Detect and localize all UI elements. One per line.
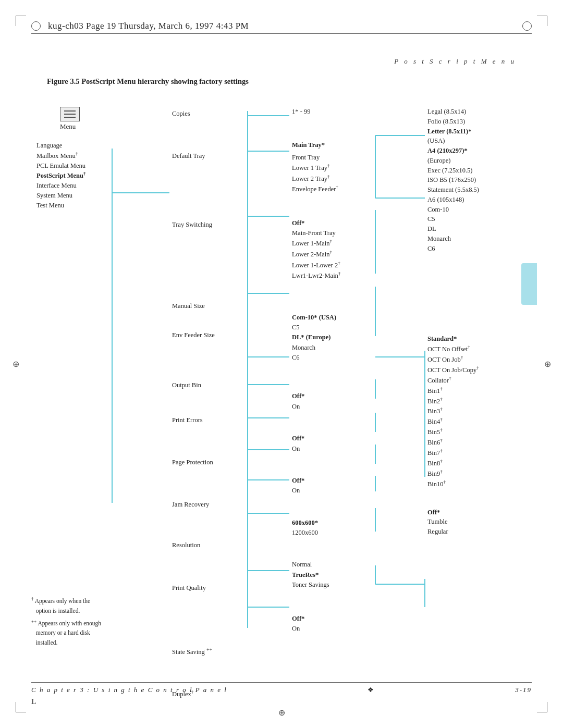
state-saving-item: State Saving ++ <box>172 644 245 659</box>
page-prot-off: Off* <box>292 434 378 443</box>
header-circle <box>31 21 41 31</box>
default-tray-lower2: Lower 2 Tray† <box>292 174 378 184</box>
dt-europe: (Europe) <box>427 156 513 166</box>
dt-a4: A4 (210x297)* <box>427 146 513 156</box>
footer-left: C h a p t e r 3 : U s i n g t h e C o n … <box>31 686 227 694</box>
res-600: 600x600* <box>292 518 378 528</box>
diagram: Menu Language Mailbox Menu† PCL Emulat M… <box>31 102 532 647</box>
pq-toner: Toner Savings <box>292 580 378 590</box>
env-monarch: Monarch <box>292 343 378 353</box>
env-feeder-size-item: Env Feeder Size <box>172 328 245 342</box>
ob-bin1: Bin1† <box>427 386 513 396</box>
sidebar-item-postscript: PostScript Menu† <box>36 170 112 181</box>
res-1200: 1200x600 <box>292 528 378 538</box>
jam-recovery-item: Jam Recovery <box>172 498 245 511</box>
page-prot-on: On <box>292 444 378 454</box>
default-tray-envelope: Envelope Feeder† <box>292 184 378 195</box>
corner-tl <box>16 16 26 26</box>
sidebar-item-language: Language <box>36 141 112 151</box>
bottom-l-mark: L <box>31 698 36 706</box>
tray-sw-lower1: Lower 1-Main† <box>292 238 378 249</box>
tray-switching-item: Tray Switching <box>172 218 245 231</box>
menu-icon <box>60 107 80 121</box>
output-bin-item: Output Bin <box>172 378 245 392</box>
env-com10: Com-10* (USA) <box>292 313 378 323</box>
env-c5: C5 <box>292 323 378 332</box>
menu-icon-line <box>64 110 76 112</box>
ob-bin10: Bin10† <box>427 479 513 489</box>
dt-usa: (USA) <box>427 136 513 146</box>
dt-c5: C5 <box>427 214 513 224</box>
cyan-accent-tab <box>521 263 537 305</box>
default-tray-item: Default Tray <box>172 149 245 163</box>
sidebar-item-pcl: PCL Emulat Menu <box>36 161 112 171</box>
ss-col4-regular: Regular <box>427 527 513 537</box>
dt-folio: Folio (8.5x13) <box>427 117 513 127</box>
print-errors-off: Off* <box>292 391 378 401</box>
tray-sw-lwr12: Lwr1-Lwr2-Main† <box>292 270 378 281</box>
ob-bin9: Bin9† <box>427 468 513 479</box>
ob-bin5: Bin5† <box>427 427 513 437</box>
ob-bin3: Bin3† <box>427 406 513 416</box>
footnotes: † Appears only when the option is instal… <box>31 595 101 647</box>
reg-mark-right: ⊕ <box>543 360 552 368</box>
sidebar-item-test: Test Menu <box>36 201 112 211</box>
ob-bin7: Bin7† <box>427 448 513 458</box>
ob-oct-no-offset: OCT No Offset† <box>427 344 513 354</box>
page-number: 3-19 <box>515 686 532 694</box>
dt-a6: A6 (105x148) <box>427 195 513 205</box>
print-errors-item: Print Errors <box>172 413 245 427</box>
ob-bin8: Bin8† <box>427 458 513 468</box>
dt-monarch: Monarch <box>427 234 513 244</box>
ss-col4-tumble: Tumble <box>427 517 513 527</box>
figure-title: Figure 3.5 PostScript Menu hierarchy sho… <box>47 77 249 86</box>
tray-sw-off: Off* <box>292 218 378 228</box>
corner-br <box>537 702 547 712</box>
dt-dl: DL <box>427 224 513 234</box>
col3-values: 1* - 99 Main Tray* Front Tray Lower 1 Tr… <box>292 107 378 655</box>
ob-oct-on-job: OCT On Job† <box>427 354 513 365</box>
dt-exec: Exec (7.25x10.5) <box>427 166 513 176</box>
manual-size-item: Manual Size <box>172 299 245 313</box>
reg-mark-left: ⊕ <box>11 360 20 368</box>
sidebar-item-interface: Interface Menu <box>36 181 112 191</box>
pq-trueres: TrueRes* <box>292 570 378 580</box>
pq-normal: Normal <box>292 560 378 570</box>
state-saving-on: On <box>292 624 378 634</box>
corner-bl <box>16 702 26 712</box>
page-subtitle: P o s t S c r i p t M e n u <box>394 57 516 66</box>
menu-icon-line <box>64 114 76 115</box>
dt-legal: Legal (8.5x14) <box>427 107 513 117</box>
footer: C h a p t e r 3 : U s i n g t h e C o n … <box>31 682 532 694</box>
tray-sw-lower2: Lower 2-Main† <box>292 249 378 260</box>
jam-rec-on: On <box>292 486 378 496</box>
header-circle-right <box>522 21 532 31</box>
corner-tr <box>537 16 547 26</box>
col4-values: Legal (8.5x14) Folio (8.5x13) Letter (8.… <box>427 107 513 537</box>
menu-icon-line <box>64 117 76 118</box>
default-tray-lower1: Lower 1 Tray† <box>292 163 378 174</box>
print-errors-on: On <box>292 402 378 412</box>
ob-standard: Standard* <box>427 334 513 344</box>
ob-bin4: Bin4† <box>427 416 513 427</box>
ob-bin2: Bin2† <box>427 396 513 406</box>
print-quality-item: Print Quality <box>172 581 245 595</box>
default-tray-front: Front Tray <box>292 153 378 163</box>
ob-oct-on-job-copy: OCT On Job/Copy† <box>427 365 513 375</box>
footer-diamond: ❖ <box>368 686 375 694</box>
header-bar: kug-ch03 Page 19 Thursday, March 6, 1997… <box>31 21 532 34</box>
col2-menu-items: Copies Default Tray Tray Switching Manua… <box>172 107 245 701</box>
resolution-item: Resolution <box>172 538 245 552</box>
jam-rec-off: Off* <box>292 476 378 486</box>
tray-sw-main-front: Main-Front Tray <box>292 228 378 238</box>
ob-collator: Collator† <box>427 375 513 386</box>
reg-mark-bottom: ⊕ <box>277 708 286 717</box>
dt-com10: Com-10 <box>427 205 513 215</box>
env-c6: C6 <box>292 353 378 363</box>
env-dl: DL* (Europe) <box>292 332 378 342</box>
state-saving-off: Off* <box>292 614 378 624</box>
sidebar-item-system: System Menu <box>36 191 112 201</box>
footnote2: ++ Appears only with enough memory or a … <box>31 618 101 647</box>
copies-item: Copies <box>172 107 245 120</box>
copies-value: 1* - 99 <box>292 107 378 117</box>
